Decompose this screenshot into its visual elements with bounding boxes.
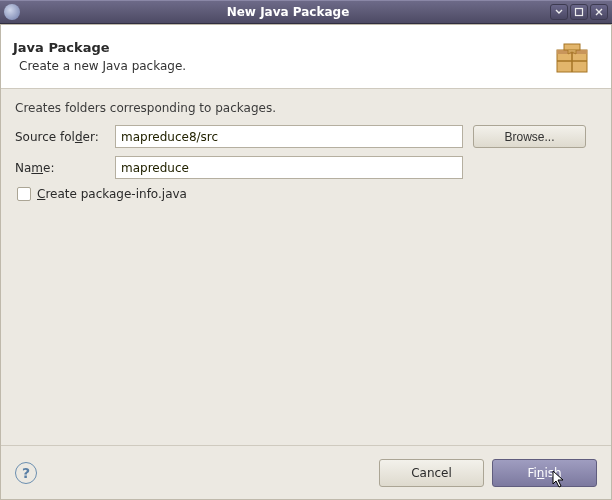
window-maximize-button[interactable] — [570, 4, 588, 20]
dialog-title: Java Package — [13, 40, 551, 55]
dialog-body: Creates folders corresponding to package… — [1, 89, 611, 445]
source-folder-input[interactable] — [115, 125, 463, 148]
create-package-info-label: Create package-info.java — [37, 187, 187, 201]
dialog-header: Java Package Create a new Java package. — [1, 25, 611, 89]
package-icon — [551, 36, 593, 78]
window-close-button[interactable] — [590, 4, 608, 20]
window-titlebar: New Java Package — [0, 0, 612, 24]
cancel-button[interactable]: Cancel — [379, 459, 484, 487]
source-folder-label: Source folder: — [15, 130, 115, 144]
name-input[interactable] — [115, 156, 463, 179]
dialog-description: Create a new Java package. — [19, 59, 551, 73]
svg-rect-5 — [564, 44, 580, 50]
window-title: New Java Package — [26, 5, 550, 19]
finish-button[interactable]: Finish — [492, 459, 597, 487]
dialog-footer: ? Cancel Finish — [1, 445, 611, 499]
help-button[interactable]: ? — [15, 462, 37, 484]
svg-rect-0 — [576, 9, 583, 16]
app-icon — [4, 4, 20, 20]
browse-button[interactable]: Browse... — [473, 125, 586, 148]
name-label: Name: — [15, 161, 115, 175]
window-minimize-button[interactable] — [550, 4, 568, 20]
hint-text: Creates folders corresponding to package… — [15, 101, 597, 115]
create-package-info-checkbox[interactable] — [17, 187, 31, 201]
